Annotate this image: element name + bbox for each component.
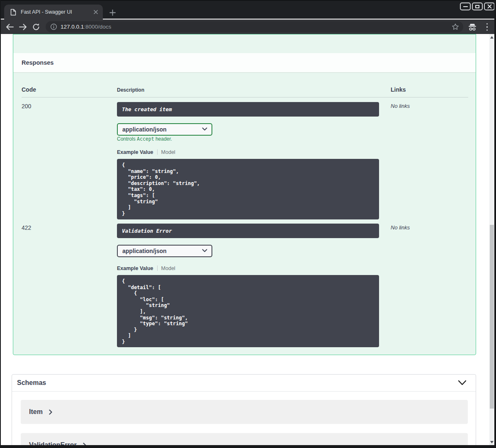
accept-hint-code: Accept [137,136,154,142]
response-code-200: 200 [22,103,31,110]
column-header-description: Description [117,87,144,93]
content-type-value-422: application/json [122,248,167,254]
scroll-up-arrow[interactable] [490,36,494,39]
tab-divider [157,265,158,271]
close-button[interactable] [484,2,495,10]
browser-toolbar: 127.0.0.1:8000/docs [0,19,496,34]
url-host: 127.0.0.1 [61,24,84,30]
back-button[interactable] [4,22,15,32]
window-border-left [0,0,1,448]
minimize-button[interactable] [460,2,471,10]
tab-example-value[interactable]: Example Value [117,149,153,155]
back-icon [5,23,14,31]
reload-icon [32,23,40,31]
scroll-down-arrow[interactable] [490,441,494,443]
example-model-tabs-200: Example Value Model [117,149,175,155]
url-text: 127.0.0.1:8000/docs [61,24,452,30]
browser-menu-button[interactable] [486,23,488,31]
bookmark-star-icon[interactable] [452,23,459,30]
info-icon[interactable] [50,23,57,30]
response-description-422: Validation Error [117,224,379,238]
tab-model[interactable]: Model [161,149,175,155]
forward-button[interactable] [17,22,28,32]
links-cell-200: No links [391,103,410,109]
forward-icon [19,23,27,31]
swagger-page: Responses Code Description Links 200 The… [0,34,496,448]
content-type-value-200: application/json [122,126,167,133]
close-icon [487,4,492,9]
example-json-200: { "name": "string", "price": 0, "descrip… [117,159,379,219]
url-path: :8000/docs [84,24,111,30]
minimize-icon [463,6,468,7]
table-header-divider [22,97,468,97]
chevron-down-icon [202,249,207,253]
chevron-down-icon[interactable] [458,380,467,386]
maximize-button[interactable] [472,2,483,10]
accept-hint-prefix: Controls [117,136,137,142]
response-code-422: 422 [22,224,31,231]
accept-hint-suffix: header. [154,136,172,142]
browser-window: Fast API - Swagger UI 127.0.0 [0,0,496,448]
column-header-code: Code [22,86,36,93]
chevron-down-icon [202,127,207,131]
schema-card-item[interactable]: Item [21,400,468,424]
responses-title: Responses [22,59,53,66]
response-description-200: The created item [117,102,379,117]
browser-tab[interactable]: Fast API - Swagger UI [4,5,103,19]
example-json-422: { "detail": [ { "loc": [ "string" ], "ms… [117,275,379,347]
maximize-icon [475,5,479,8]
tab-bar: Fast API - Swagger UI [0,0,496,19]
page-favicon-icon [10,9,16,16]
example-json-code-200: { "name": "string", "price": 0, "descrip… [122,162,379,217]
tab-title: Fast API - Swagger UI [21,9,92,15]
plus-icon [109,10,116,16]
window-border-right [494,0,496,448]
responses-header: Responses [13,53,476,72]
tab-divider [157,149,158,155]
links-cell-422: No links [391,224,410,231]
page-scrollbar[interactable] [489,34,494,446]
url-bar[interactable]: 127.0.0.1:8000/docs [46,21,463,32]
schemas-section: Schemas Item ValidationError [12,374,476,448]
example-json-code-422: { "detail": [ { "loc": [ "string" ], "ms… [122,278,379,345]
content-type-select-200[interactable]: application/json [117,123,212,136]
content-type-select-422[interactable]: application/json [117,245,212,257]
window-controls [460,2,495,10]
reload-button[interactable] [31,22,41,32]
incognito-icon [467,22,478,32]
schemas-title: Schemas [17,379,46,387]
example-model-tabs-422: Example Value Model [117,265,175,271]
new-tab-button[interactable] [107,7,118,17]
tab-example-value[interactable]: Example Value [117,265,153,271]
chevron-right-icon [49,409,53,415]
scrollbar-thumb[interactable] [490,225,494,409]
column-header-links: Links [391,86,406,93]
tab-model[interactable]: Model [161,265,175,271]
tab-close-icon[interactable] [92,8,100,16]
schema-name-item: Item [29,408,43,416]
window-border-bottom [0,445,496,448]
schemas-header[interactable]: Schemas [12,375,476,392]
accept-header-hint: Controls Accept header. [117,136,172,142]
opblock-responses-section: Responses Code Description Links 200 The… [13,34,476,355]
